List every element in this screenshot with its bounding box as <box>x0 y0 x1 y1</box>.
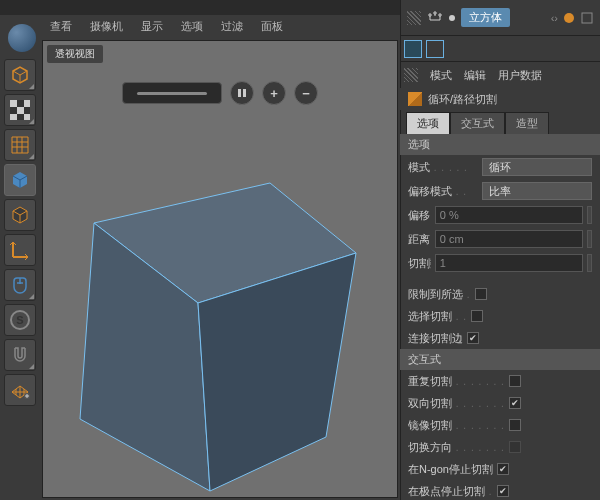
tab-interactive[interactable]: 交互式 <box>450 112 505 135</box>
spinner[interactable] <box>587 206 592 224</box>
tool-cube[interactable] <box>4 59 36 91</box>
viewport-menu: 查看 摄像机 显示 选项 过滤 面板 <box>40 15 400 37</box>
spinner[interactable] <box>587 230 592 248</box>
prop-offset-mode: 偏移模式 . . 比率 <box>400 179 600 203</box>
svg-rect-14 <box>582 13 592 23</box>
chevron-icon[interactable]: ‹› <box>551 12 558 24</box>
cube-mesh[interactable] <box>58 141 388 500</box>
svg-rect-2 <box>17 107 24 114</box>
prop-repeat-cut: 重复切割 . . . . . . . <box>400 370 600 392</box>
tool-icon <box>408 92 422 106</box>
tool-axis[interactable] <box>4 234 36 266</box>
svg-rect-10 <box>243 89 246 97</box>
offset-mode-dropdown[interactable]: 比率 <box>482 182 592 200</box>
menu-view[interactable]: 查看 <box>50 19 72 34</box>
filter-1[interactable] <box>404 40 422 58</box>
svg-rect-3 <box>24 100 30 107</box>
bidir-cut-checkbox[interactable]: ✔ <box>509 397 521 409</box>
display-filter-row <box>400 36 600 62</box>
tag-icon[interactable] <box>580 11 594 25</box>
svg-text:S: S <box>16 314 23 326</box>
viewport-label: 透视视图 <box>47 45 103 63</box>
viewport[interactable]: 透视视图 + − <box>42 40 398 498</box>
hierarchy-icon[interactable] <box>427 10 443 26</box>
tool-cube-solid[interactable] <box>4 164 36 196</box>
ngon-stop-checkbox[interactable]: ✔ <box>497 463 509 475</box>
timeline-slider[interactable] <box>122 82 222 104</box>
filter-2[interactable] <box>426 40 444 58</box>
prop-connect-edges: 连接切割边 ✔ <box>400 327 600 349</box>
left-toolbar: S <box>0 15 40 500</box>
tab-options[interactable]: 选项 <box>406 112 450 135</box>
earth-icon[interactable] <box>8 24 36 52</box>
menu-camera[interactable]: 摄像机 <box>90 19 123 34</box>
tool-mouse[interactable] <box>4 269 36 301</box>
mode-dropdown[interactable]: 循环 <box>482 158 592 176</box>
prop-switch-dir: 切换方向 . . . . . . . <box>400 436 600 458</box>
svg-rect-4 <box>10 114 17 120</box>
tool-grid[interactable] <box>4 129 36 161</box>
prop-select-cut: 选择切割 . . <box>400 305 600 327</box>
distance-input[interactable] <box>435 230 583 248</box>
viewport-hud: + − <box>122 81 318 105</box>
offset-input[interactable] <box>435 206 583 224</box>
hud-minus[interactable]: − <box>294 81 318 105</box>
menu-options[interactable]: 选项 <box>181 19 203 34</box>
orange-dot-icon[interactable] <box>564 13 574 23</box>
mirror-cut-checkbox[interactable] <box>509 419 521 431</box>
section-interactive: 交互式 <box>400 349 600 370</box>
prop-ngon-stop: 在N-gon停止切割 ✔ <box>400 458 600 480</box>
object-name[interactable]: 立方体 <box>461 8 510 27</box>
attr-title: 循环/路径切割 <box>428 92 497 107</box>
svg-rect-1 <box>10 100 17 107</box>
switch-dir-checkbox[interactable] <box>509 441 521 453</box>
attr-edit[interactable]: 编辑 <box>464 68 486 83</box>
tool-plane[interactable] <box>4 374 36 406</box>
prop-limit-sel: 限制到所选 . <box>400 283 600 305</box>
pole-stop-checkbox[interactable]: ✔ <box>497 485 509 497</box>
spinner[interactable] <box>587 254 592 272</box>
prop-mirror-cut: 镜像切割 . . . . . . . <box>400 414 600 436</box>
tool-checker[interactable] <box>4 94 36 126</box>
top-ribbon <box>0 0 400 15</box>
tool-cube2[interactable] <box>4 199 36 231</box>
limit-sel-checkbox[interactable] <box>475 288 487 300</box>
repeat-cut-checkbox[interactable] <box>509 375 521 387</box>
attr-mode[interactable]: 模式 <box>430 68 452 83</box>
dot-icon <box>449 15 455 21</box>
sub-tabs: 选项 交互式 造型 <box>406 112 549 135</box>
prop-bidir-cut: 双向切割 . . . . . . . ✔ <box>400 392 600 414</box>
properties-list: 选项 模式 . . . . . 循环 偏移模式 . . 比率 偏移 . . . … <box>400 134 600 500</box>
prop-pole-stop: 在极点停止切割 . ✔ <box>400 480 600 500</box>
menu-filter[interactable]: 过滤 <box>221 19 243 34</box>
hud-pause[interactable] <box>230 81 254 105</box>
select-cut-checkbox[interactable] <box>471 310 483 322</box>
tab-shape[interactable]: 造型 <box>505 112 549 135</box>
attr-menu: 模式 编辑 用户数据 <box>400 64 600 86</box>
grip-icon <box>404 68 418 82</box>
prop-offset: 偏移 . . . . . <box>400 203 600 227</box>
object-manager-header: 立方体 ‹› <box>401 0 600 36</box>
section-options: 选项 <box>400 134 600 155</box>
prop-mode: 模式 . . . . . 循环 <box>400 155 600 179</box>
attr-title-row: 循环/路径切割 <box>400 88 600 110</box>
attr-userdata[interactable]: 用户数据 <box>498 68 542 83</box>
cuts-input[interactable] <box>435 254 583 272</box>
connect-edges-checkbox[interactable]: ✔ <box>467 332 479 344</box>
prop-distance: 距离 . . . . . <box>400 227 600 251</box>
tool-snap[interactable]: S <box>4 304 36 336</box>
svg-rect-9 <box>238 89 241 97</box>
menu-panel[interactable]: 面板 <box>261 19 283 34</box>
menu-display[interactable]: 显示 <box>141 19 163 34</box>
grip-icon <box>407 11 421 25</box>
tool-magnet[interactable] <box>4 339 36 371</box>
hud-plus[interactable]: + <box>262 81 286 105</box>
prop-cuts: 切割数量 . . <box>400 251 600 275</box>
